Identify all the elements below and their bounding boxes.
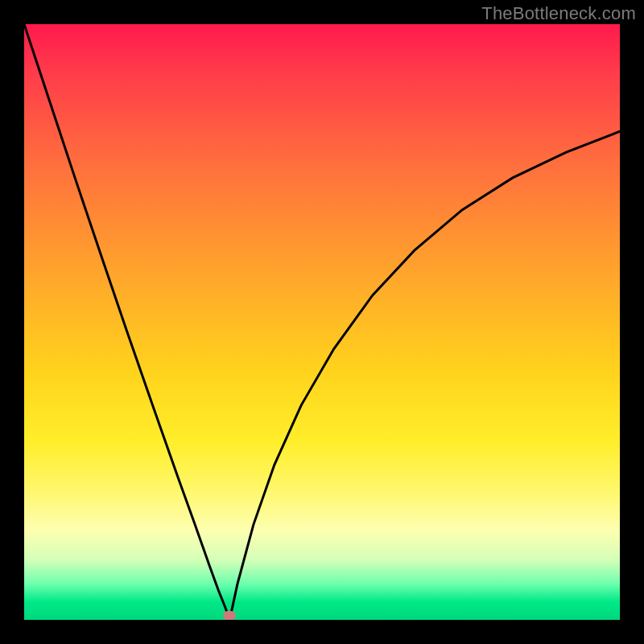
chart-frame: TheBottleneck.com: [0, 0, 644, 644]
watermark-text: TheBottleneck.com: [481, 3, 636, 24]
optimum-marker: [223, 611, 236, 620]
bottleneck-curve: [24, 24, 620, 620]
curve-left-branch: [24, 24, 229, 620]
curve-right-branch: [229, 131, 620, 620]
plot-area: [24, 24, 620, 620]
